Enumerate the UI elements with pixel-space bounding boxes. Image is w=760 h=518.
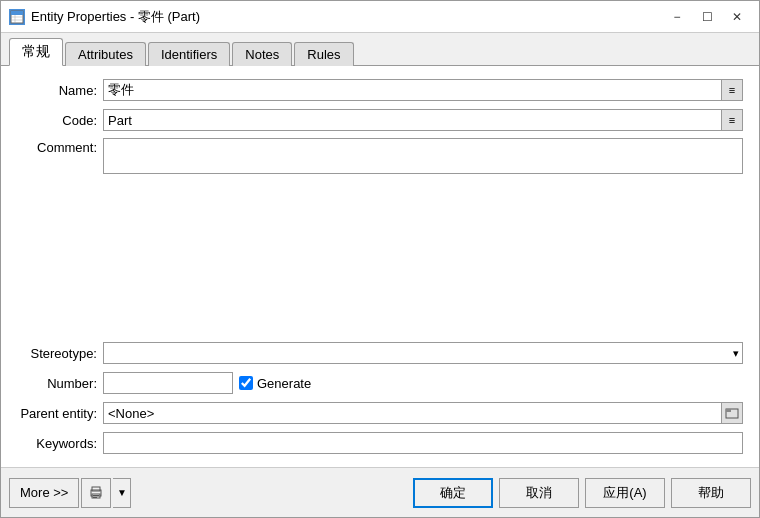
cancel-button[interactable]: 取消 [499, 478, 579, 508]
parent-entity-browse-button[interactable] [721, 402, 743, 424]
more-button[interactable]: More >> [9, 478, 79, 508]
code-side-button[interactable]: ≡ [721, 109, 743, 131]
minimize-button[interactable]: − [663, 6, 691, 28]
stereotype-row: Stereotype: [17, 341, 743, 365]
code-input[interactable] [103, 109, 721, 131]
title-controls: − ☐ ✕ [663, 6, 751, 28]
svg-rect-6 [726, 409, 731, 412]
tab-notes[interactable]: Notes [232, 42, 292, 66]
title-bar: Entity Properties - 零件 (Part) − ☐ ✕ [1, 1, 759, 33]
keywords-row: Keywords: [17, 431, 743, 455]
keywords-input[interactable] [103, 432, 743, 454]
comment-label: Comment: [17, 138, 97, 155]
print-dropdown-button[interactable]: ▼ [113, 478, 131, 508]
tab-attributes[interactable]: Attributes [65, 42, 146, 66]
help-button[interactable]: 帮助 [671, 478, 751, 508]
maximize-button[interactable]: ☐ [693, 6, 721, 28]
stereotype-label: Stereotype: [17, 346, 97, 361]
parent-entity-input[interactable] [103, 402, 721, 424]
parent-entity-label: Parent entity: [17, 406, 97, 421]
comment-input[interactable] [103, 138, 743, 174]
svg-rect-11 [93, 497, 97, 498]
comment-row: Comment: [17, 138, 743, 335]
ok-button[interactable]: 确定 [413, 478, 493, 508]
window-title: Entity Properties - 零件 (Part) [31, 8, 663, 26]
generate-checkbox-label[interactable]: Generate [239, 376, 311, 391]
apply-button[interactable]: 应用(A) [585, 478, 665, 508]
code-field-wrapper: ≡ [103, 109, 743, 131]
entity-properties-window: Entity Properties - 零件 (Part) − ☐ ✕ 常规 A… [0, 0, 760, 518]
name-field-wrapper: ≡ [103, 79, 743, 101]
close-button[interactable]: ✕ [723, 6, 751, 28]
generate-checkbox[interactable] [239, 376, 253, 390]
svg-rect-1 [11, 11, 23, 15]
stereotype-select[interactable] [103, 342, 743, 364]
window-icon [9, 9, 25, 25]
footer: More >> ▼ 确定 取消 应用(A) 帮助 [1, 467, 759, 517]
code-row: Code: ≡ [17, 108, 743, 132]
name-row: Name: ≡ [17, 78, 743, 102]
tab-rules[interactable]: Rules [294, 42, 353, 66]
name-side-button[interactable]: ≡ [721, 79, 743, 101]
form-content: Name: ≡ Code: ≡ Comment: Stereotype: [1, 66, 759, 467]
svg-rect-10 [93, 495, 99, 496]
number-label: Number: [17, 376, 97, 391]
number-row: Number: Generate [17, 371, 743, 395]
tab-bar: 常规 Attributes Identifiers Notes Rules [1, 33, 759, 66]
print-icon [89, 486, 103, 500]
print-button[interactable] [81, 478, 111, 508]
stereotype-select-wrapper [103, 342, 743, 364]
keywords-label: Keywords: [17, 436, 97, 451]
tab-general[interactable]: 常规 [9, 38, 63, 66]
footer-left-controls: More >> ▼ [9, 478, 131, 508]
chevron-down-icon: ▼ [117, 487, 127, 498]
parent-entity-field-wrapper [103, 402, 743, 424]
tab-identifiers[interactable]: Identifiers [148, 42, 230, 66]
parent-entity-row: Parent entity: [17, 401, 743, 425]
number-input[interactable] [103, 372, 233, 394]
name-label: Name: [17, 83, 97, 98]
code-label: Code: [17, 113, 97, 128]
name-input[interactable] [103, 79, 721, 101]
generate-label-text: Generate [257, 376, 311, 391]
